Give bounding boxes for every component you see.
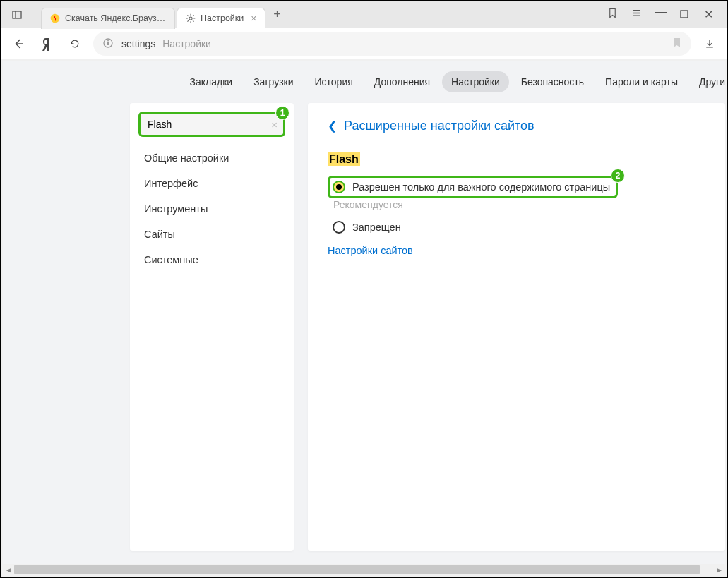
browser-tab-2[interactable]: Настройки ×: [177, 8, 265, 29]
svg-point-2: [51, 14, 60, 23]
svg-line-8: [187, 15, 188, 16]
nav-security[interactable]: Безопасность: [512, 71, 593, 92]
svg-line-11: [193, 15, 193, 16]
radio-deny[interactable]: Запрещен: [328, 218, 705, 236]
nav-passwords[interactable]: Пароли и карты: [596, 71, 687, 92]
sidebar-item-interface[interactable]: Интерфейс: [130, 171, 294, 196]
sites-settings-link[interactable]: Настройки сайтов: [328, 245, 413, 256]
radio-label: Запрещен: [352, 222, 401, 233]
breadcrumb-label: Расширенные настройки сайтов: [344, 119, 535, 133]
address-field[interactable]: settings Настройки: [93, 32, 691, 56]
recommended-label: Рекомендуется: [333, 199, 403, 210]
settings-main: ❮ Расширенные настройки сайтов Flash 2 Р…: [308, 103, 725, 551]
yandex-icon: [50, 13, 60, 23]
menu-icon[interactable]: [631, 8, 642, 21]
lock-icon: [103, 38, 114, 49]
new-tab-button[interactable]: +: [267, 5, 287, 25]
radio-allow-important[interactable]: Разрешен только для важного содержимого …: [328, 176, 618, 198]
bookmark-flag-icon[interactable]: [607, 8, 618, 21]
bookmark-icon[interactable]: [672, 37, 681, 50]
sidebar-item-system[interactable]: Системные: [130, 247, 294, 272]
breadcrumb[interactable]: ❮ Расширенные настройки сайтов: [328, 119, 705, 133]
radio-icon: [333, 221, 345, 234]
address-bar: settings Настройки: [1, 28, 727, 59]
chevron-left-icon: ❮: [328, 119, 337, 133]
browser-tab-1[interactable]: Скачать Яндекс.Браузер д: [41, 8, 175, 29]
horizontal-scrollbar[interactable]: ◄ ►: [3, 564, 725, 575]
svg-rect-15: [681, 11, 688, 18]
nav-bookmarks[interactable]: Закладки: [181, 71, 242, 92]
svg-point-3: [189, 17, 192, 20]
nav-other[interactable]: Други: [690, 71, 725, 92]
svg-rect-18: [107, 42, 109, 45]
scroll-right-icon[interactable]: ►: [714, 566, 725, 574]
annotation-badge-1: 1: [275, 106, 290, 120]
scrollbar-thumb[interactable]: [14, 565, 700, 574]
minimize-icon[interactable]: —: [655, 4, 666, 19]
titlebar: Скачать Яндекс.Браузер д Настройки × + —…: [1, 1, 727, 28]
nav-settings[interactable]: Настройки: [442, 71, 509, 92]
scroll-left-icon[interactable]: ◄: [3, 566, 14, 574]
yandex-home-icon[interactable]: [37, 34, 56, 54]
back-icon[interactable]: [8, 34, 28, 54]
sidebar-item-sites[interactable]: Сайты: [130, 222, 294, 247]
content-area: Закладки Загрузки История Дополнения Нас…: [3, 61, 725, 564]
sidebar-item-tools[interactable]: Инструменты: [130, 196, 294, 222]
radio-icon: [333, 181, 345, 193]
annotation-badge-2: 2: [611, 169, 625, 183]
tab-title: Скачать Яндекс.Браузер д: [65, 13, 166, 23]
gear-icon: [186, 13, 196, 23]
nav-addons[interactable]: Дополнения: [365, 71, 439, 92]
address-path: Настройки: [162, 38, 211, 49]
tab-title: Настройки: [201, 13, 244, 23]
close-icon[interactable]: ×: [251, 13, 256, 24]
settings-topnav: Закладки Загрузки История Дополнения Нас…: [3, 61, 725, 103]
address-host: settings: [121, 38, 155, 49]
clear-icon[interactable]: ×: [271, 119, 278, 131]
settings-sidebar: 1 Flash × Общие настройки Интерфейс Инст…: [130, 103, 294, 551]
sidebar-item-general[interactable]: Общие настройки: [130, 145, 294, 171]
nav-downloads[interactable]: Загрузки: [244, 71, 302, 92]
radio-label: Разрешен только для важного содержимого …: [352, 181, 610, 193]
download-icon[interactable]: [700, 34, 720, 54]
maximize-icon[interactable]: [679, 8, 690, 21]
settings-search-input[interactable]: Flash ×: [138, 112, 285, 137]
nav-history[interactable]: История: [306, 71, 362, 92]
svg-line-10: [187, 20, 188, 21]
section-title: Flash: [328, 153, 360, 166]
close-window-icon[interactable]: ✕: [703, 8, 714, 21]
svg-line-9: [193, 20, 193, 21]
sidebar-toggle-icon[interactable]: [7, 5, 27, 25]
reload-icon[interactable]: [65, 34, 85, 54]
svg-rect-0: [13, 11, 21, 18]
search-value: Flash: [148, 119, 172, 130]
